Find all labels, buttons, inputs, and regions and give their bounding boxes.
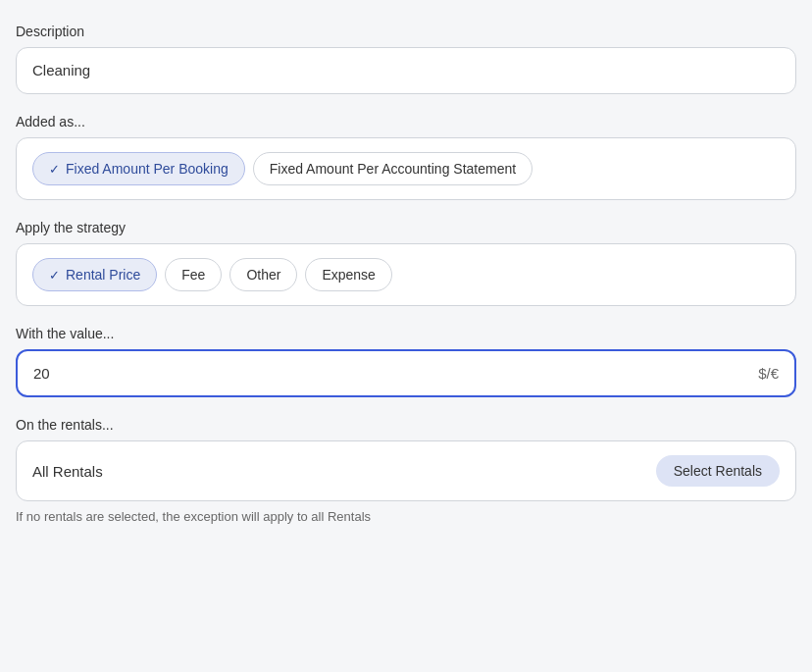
value-input[interactable]: [33, 365, 750, 382]
strategy-card: ✓ Rental Price Fee Other Expense: [16, 243, 796, 306]
fixed-per-accounting-button[interactable]: Fixed Amount Per Accounting Statement: [253, 152, 533, 185]
added-as-button-group: ✓ Fixed Amount Per Booking Fixed Amount …: [32, 152, 780, 185]
value-label: With the value...: [16, 326, 796, 341]
description-card: [16, 47, 796, 94]
value-section: With the value... $/€: [16, 326, 796, 397]
expense-button[interactable]: Expense: [305, 258, 391, 291]
rentals-section: On the rentals... All Rentals Select Ren…: [16, 417, 796, 524]
select-rentals-button[interactable]: Select Rentals: [656, 455, 780, 487]
description-section: Description: [16, 24, 796, 94]
fixed-per-booking-button[interactable]: ✓ Fixed Amount Per Booking: [32, 152, 245, 185]
fee-button[interactable]: Fee: [165, 258, 222, 291]
strategy-button-group: ✓ Rental Price Fee Other Expense: [32, 258, 780, 291]
check-icon: ✓: [49, 268, 60, 283]
all-rentals-label: All Rentals: [32, 463, 103, 480]
currency-label: $/€: [758, 365, 779, 382]
description-input[interactable]: [32, 62, 780, 78]
rentals-footnote: If no rentals are selected, the exceptio…: [16, 509, 796, 524]
rental-price-button[interactable]: ✓ Rental Price: [32, 258, 157, 291]
added-as-section: Added as... ✓ Fixed Amount Per Booking F…: [16, 114, 796, 200]
check-icon: ✓: [49, 162, 60, 177]
rentals-label: On the rentals...: [16, 417, 796, 433]
rentals-card: All Rentals Select Rentals: [16, 440, 796, 501]
strategy-label: Apply the strategy: [16, 220, 796, 235]
added-as-card: ✓ Fixed Amount Per Booking Fixed Amount …: [16, 137, 796, 200]
added-as-label: Added as...: [16, 114, 796, 129]
strategy-section: Apply the strategy ✓ Rental Price Fee Ot…: [16, 220, 796, 306]
description-label: Description: [16, 24, 796, 39]
other-button[interactable]: Other: [229, 258, 297, 291]
value-card: $/€: [16, 349, 796, 397]
